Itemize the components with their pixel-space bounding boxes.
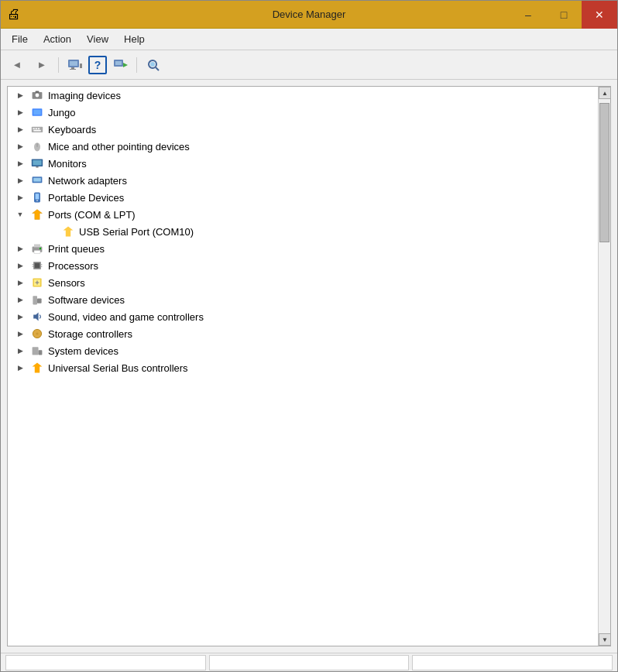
tree-item-network[interactable]: Network adapters [8, 172, 598, 189]
window: 🖨 Device Manager – □ ✕ File Action View … [0, 0, 618, 672]
tree-container: Imaging devices Jungo Keyboards Mice and… [7, 86, 611, 646]
tree-item-ports[interactable]: Ports (COM & LPT) [8, 206, 598, 223]
svg-line-10 [156, 67, 159, 70]
app-icon: 🖨 [7, 6, 21, 22]
sensors-icon [29, 275, 45, 290]
sound-label: Sound, video and game controllers [48, 311, 204, 323]
expand-mice[interactable] [14, 140, 26, 153]
menu-item-view[interactable]: View [79, 30, 116, 48]
update-driver-button[interactable] [108, 54, 132, 76]
tree-item-imaging[interactable]: Imaging devices [8, 87, 598, 104]
expand-sensors[interactable] [14, 276, 26, 289]
tree-item-software[interactable]: Software devices [8, 291, 598, 308]
software-icon [29, 292, 45, 307]
scan-button[interactable] [142, 54, 165, 76]
tree-item-jungo[interactable]: Jungo [8, 104, 598, 121]
expand-sound[interactable] [14, 310, 26, 323]
title-bar: 🖨 Device Manager – □ ✕ [1, 1, 617, 29]
imaging-icon [29, 87, 45, 103]
menu-item-help[interactable]: Help [116, 30, 153, 48]
expand-usb[interactable] [14, 362, 26, 374]
svg-rect-4 [80, 63, 82, 68]
scrollbar-down-button[interactable]: ▼ [599, 633, 611, 646]
network-icon [29, 173, 45, 188]
usbserial-icon [60, 224, 76, 239]
scrollbar-up-button[interactable]: ▲ [599, 87, 611, 99]
expand-portable[interactable] [14, 191, 26, 204]
expand-monitors[interactable] [14, 157, 26, 170]
expand-processors[interactable] [14, 259, 26, 272]
system-icon [29, 343, 45, 358]
status-bar [1, 653, 617, 671]
tree-item-sensors[interactable]: Sensors [8, 274, 598, 291]
mice-icon [29, 139, 45, 154]
storage-icon [29, 326, 45, 341]
scrollbar-thumb-area [599, 99, 610, 633]
keyboards-icon [29, 122, 45, 137]
close-button[interactable]: ✕ [582, 1, 617, 29]
minimize-button[interactable]: – [510, 1, 546, 29]
imaging-label: Imaging devices [48, 90, 121, 101]
portable-icon [29, 190, 45, 205]
properties-button[interactable] [64, 54, 87, 76]
back-button[interactable]: ◄ [5, 54, 29, 76]
storage-label: Storage controllers [48, 328, 132, 340]
properties-icon [67, 57, 83, 73]
usb-label: Universal Serial Bus controllers [48, 362, 188, 374]
system-label: System devices [48, 345, 118, 357]
expand-network[interactable] [14, 174, 26, 187]
toolbar-separator-2 [136, 57, 137, 73]
toolbar: ◄ ► ? [1, 50, 617, 80]
tree-item-sound[interactable]: Sound, video and game controllers [8, 308, 598, 325]
tree-item-mice[interactable]: Mice and other pointing devices [8, 138, 598, 155]
toolbar-separator-1 [58, 57, 59, 73]
jungo-icon [29, 105, 45, 120]
tree-item-portable[interactable]: Portable Devices [8, 189, 598, 206]
expand-software[interactable] [14, 293, 26, 306]
expand-imaging[interactable] [14, 89, 26, 101]
software-label: Software devices [48, 294, 125, 306]
tree-item-processors[interactable]: Processors [8, 257, 598, 274]
expand-system[interactable] [14, 345, 26, 357]
tree-item-print[interactable]: Print queues [8, 240, 598, 257]
usb-icon [29, 360, 45, 375]
tree-item-usb[interactable]: Universal Serial Bus controllers [8, 359, 598, 376]
keyboards-label: Keyboards [48, 124, 96, 135]
scan-icon [146, 57, 161, 73]
expand-keyboards[interactable] [14, 123, 26, 135]
svg-rect-6 [115, 61, 122, 65]
expand-jungo[interactable] [14, 106, 26, 118]
status-panel-2 [209, 655, 410, 670]
tree-item-keyboards[interactable]: Keyboards [8, 121, 598, 138]
portable-label: Portable Devices [48, 192, 124, 204]
tree-item-storage[interactable]: Storage controllers [8, 325, 598, 342]
sound-icon [29, 309, 45, 324]
tree-item-usbserial[interactable]: USB Serial Port (COM10) [8, 223, 598, 240]
forward-button[interactable]: ► [30, 54, 53, 76]
print-icon [29, 241, 45, 256]
menu-item-file[interactable]: File [4, 30, 36, 48]
tree-item-system[interactable]: System devices [8, 342, 598, 359]
expand-print[interactable] [14, 242, 26, 255]
menu-item-action[interactable]: Action [36, 30, 79, 48]
svg-marker-7 [123, 63, 128, 67]
svg-rect-1 [70, 61, 77, 66]
scrollbar-thumb[interactable] [599, 103, 609, 242]
jungo-label: Jungo [48, 107, 75, 118]
monitors-icon [29, 156, 45, 171]
scrollbar[interactable]: ▲ ▼ [598, 87, 610, 646]
restore-button[interactable]: □ [546, 1, 582, 29]
expand-storage[interactable] [14, 327, 26, 340]
status-panel-1 [5, 655, 206, 670]
svg-point-9 [150, 62, 155, 67]
mice-label: Mice and other pointing devices [48, 141, 190, 153]
help-driver-button[interactable]: ? [88, 56, 107, 74]
processors-label: Processors [48, 260, 98, 272]
status-panel-3 [412, 655, 613, 670]
tree-scroll-area[interactable]: Imaging devices Jungo Keyboards Mice and… [8, 87, 598, 646]
tree-item-monitors[interactable]: Monitors [8, 155, 598, 172]
processors-icon [29, 258, 45, 273]
print-label: Print queues [48, 243, 105, 255]
expand-ports[interactable] [14, 208, 26, 221]
update-driver-icon [112, 57, 128, 73]
